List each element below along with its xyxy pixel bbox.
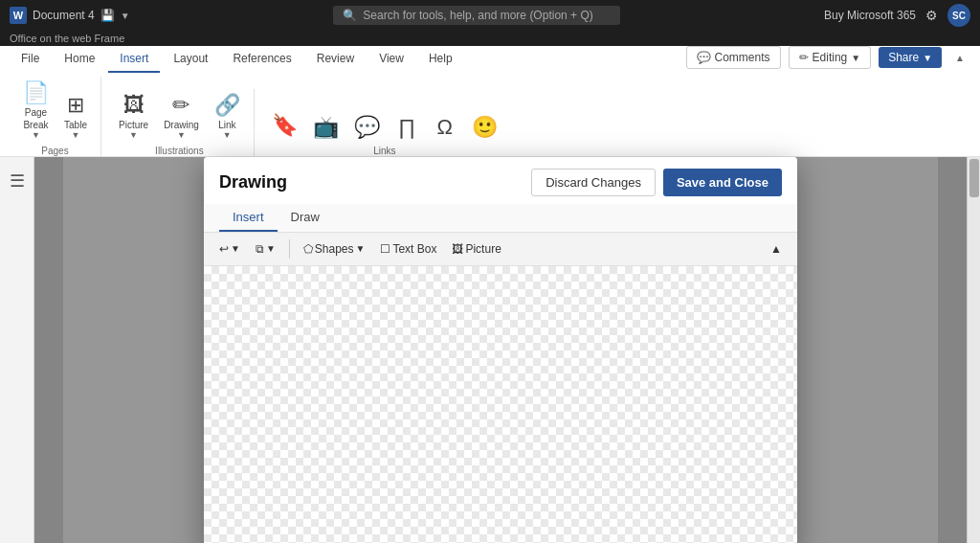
tooltip-bar: Office on the web Frame: [0, 31, 980, 46]
textbox-label: Text Box: [392, 242, 436, 256]
tab-references[interactable]: References: [221, 46, 302, 73]
tab-file[interactable]: File: [10, 46, 51, 73]
shapes-label: Shapes: [315, 242, 354, 256]
picture-toolbar-label: Picture: [465, 242, 501, 256]
picture-toolbar-icon: 🖼: [452, 242, 463, 256]
ribbon-group-extra: 🔖 📺 💬 ∏ Ω 🙂 Links: [258, 109, 511, 156]
ribbon-group-illustrations: 🖼 Picture ▼ ✏ Drawing ▼ 🔗 Link ▼ Illustr…: [105, 89, 255, 156]
copy-button[interactable]: ⧉ ▼: [250, 238, 281, 260]
picture-toolbar-button[interactable]: 🖼 Picture: [446, 238, 506, 260]
ribbon-right: 💬 Comments ✏ Editing ▼ Share ▼ ▲: [686, 46, 970, 73]
tab-review[interactable]: Review: [305, 46, 366, 73]
settings-icon[interactable]: ⚙: [925, 8, 938, 23]
toolbar-separator-1: [289, 239, 290, 259]
modal-header: Drawing Discard Changes Save and Close: [204, 157, 797, 204]
modal-actions: Discard Changes Save and Close: [531, 169, 782, 196]
link-label: Link: [218, 120, 235, 130]
ribbon-item-picture[interactable]: 🖼 Picture ▼: [113, 89, 154, 144]
table-chevron: ▼: [72, 130, 80, 140]
copy-icon: ⧉: [256, 242, 264, 256]
share-button[interactable]: Share ▼: [879, 47, 942, 68]
ribbon-item-omega[interactable]: Ω: [428, 111, 462, 144]
textbox-button[interactable]: ☐ Text Box: [374, 238, 442, 260]
search-bar[interactable]: 🔍 Search for tools, help, and more (Opti…: [333, 6, 620, 25]
picture-chevron: ▼: [129, 130, 138, 140]
title-bar-right: Buy Microsoft 365 ⚙ SC: [824, 4, 970, 27]
comments-icon: 💬: [697, 51, 711, 64]
pagebreak-label2: Break: [23, 120, 48, 130]
sidebar-nav-icon[interactable]: ☰: [6, 167, 29, 195]
extra-group-label: Links: [373, 146, 395, 156]
search-placeholder: Search for tools, help, and more (Option…: [363, 9, 592, 22]
scrollbar-right[interactable]: [967, 157, 980, 543]
undo-button[interactable]: ↩ ▼: [213, 238, 246, 260]
save-close-button[interactable]: Save and Close: [663, 169, 782, 196]
modal-title: Drawing: [219, 172, 287, 192]
media-icon: 📺: [313, 115, 339, 140]
ribbon: File Home Insert Layout References Revie…: [0, 46, 980, 157]
toolbar-collapse-button[interactable]: ▲: [765, 238, 788, 260]
undo-chevron: ▼: [231, 243, 240, 254]
ribbon-item-bookmark[interactable]: 🔖: [266, 109, 303, 144]
tab-view[interactable]: View: [368, 46, 415, 73]
ribbon-items-pages: 📄 Page Break ▼ ⊞ Table ▼: [17, 77, 93, 144]
editing-icon: ✏: [799, 51, 809, 64]
modal-tabs: Insert Draw: [204, 204, 797, 233]
ribbon-items-illustrations: 🖼 Picture ▼ ✏ Drawing ▼ 🔗 Link ▼: [113, 89, 246, 144]
title-chevron: ▼: [121, 11, 130, 21]
drawing-canvas[interactable]: [204, 266, 797, 544]
comment2-icon: 💬: [354, 115, 380, 140]
table-icon: ⊞: [67, 93, 84, 118]
pagebreak-icon: 📄: [23, 80, 49, 105]
ribbon-item-table[interactable]: ⊞ Table ▼: [58, 89, 93, 144]
shapes-chevron: ▼: [356, 243, 366, 254]
search-icon: 🔍: [343, 9, 357, 22]
drawing-modal: Drawing Discard Changes Save and Close I…: [204, 157, 797, 544]
ribbon-item-link[interactable]: 🔗 Link ▼: [209, 89, 246, 144]
autosave-indicator: 💾: [100, 9, 115, 22]
ribbon-item-drawing[interactable]: ✏ Drawing ▼: [158, 89, 205, 144]
pages-group-label: Pages: [41, 146, 68, 156]
table-label: Table: [64, 120, 87, 130]
tab-layout[interactable]: Layout: [162, 46, 219, 73]
share-chevron: ▼: [923, 53, 932, 63]
ribbon-items-extra: 🔖 📺 💬 ∏ Ω 🙂: [266, 109, 503, 144]
discard-changes-button[interactable]: Discard Changes: [531, 169, 656, 196]
avatar[interactable]: SC: [947, 4, 970, 27]
link-chevron: ▼: [223, 130, 232, 140]
comments-label: Comments: [715, 51, 770, 64]
tab-home[interactable]: Home: [53, 46, 106, 73]
tab-help[interactable]: Help: [417, 46, 464, 73]
pagebreak-label: Page: [25, 107, 47, 118]
modal-toolbar: ↩ ▼ ⧉ ▼ ⬠ Shapes ▼ ☐ Text Box: [204, 233, 797, 266]
drawing-icon: ✏: [172, 93, 189, 118]
ribbon-tabs: File Home Insert Layout References Revie…: [0, 46, 980, 73]
shapes-button[interactable]: ⬠ Shapes ▼: [298, 238, 371, 260]
shapes-icon: ⬠: [303, 242, 313, 256]
title-bar: W Document 4 💾 ▼ 🔍 Search for tools, hel…: [0, 0, 980, 31]
modal-tab-draw[interactable]: Draw: [278, 204, 333, 232]
ribbon-item-eq[interactable]: ∏: [390, 111, 424, 144]
editing-chevron: ▼: [851, 53, 860, 63]
ribbon-collapse-button[interactable]: ▲: [949, 51, 970, 65]
comments-button[interactable]: 💬 Comments: [686, 46, 781, 69]
picture-label: Picture: [119, 120, 148, 130]
tab-insert[interactable]: Insert: [108, 46, 160, 73]
toolbar-right: ▲: [765, 238, 788, 260]
ribbon-group-pages: 📄 Page Break ▼ ⊞ Table ▼ Pages: [10, 77, 101, 156]
drawing-chevron: ▼: [177, 130, 186, 140]
ribbon-content: 📄 Page Break ▼ ⊞ Table ▼ Pages 🖼 Picture…: [0, 73, 980, 156]
ribbon-item-comment2[interactable]: 💬: [348, 111, 386, 144]
modal-tab-insert[interactable]: Insert: [219, 204, 278, 232]
ribbon-item-media[interactable]: 📺: [307, 111, 345, 144]
illustrations-group-label: Illustrations: [155, 146, 204, 156]
editing-label: Editing: [813, 51, 848, 64]
doc-title: Document 4: [33, 9, 95, 22]
textbox-icon: ☐: [380, 242, 390, 256]
ribbon-item-emoji[interactable]: 🙂: [466, 111, 503, 144]
buy-microsoft-label[interactable]: Buy Microsoft 365: [824, 9, 916, 22]
scrollbar-thumb[interactable]: [969, 159, 979, 197]
picture-icon: 🖼: [123, 93, 145, 118]
editing-button[interactable]: ✏ Editing ▼: [789, 46, 872, 69]
ribbon-item-pagebreak[interactable]: 📄 Page Break ▼: [17, 77, 55, 144]
